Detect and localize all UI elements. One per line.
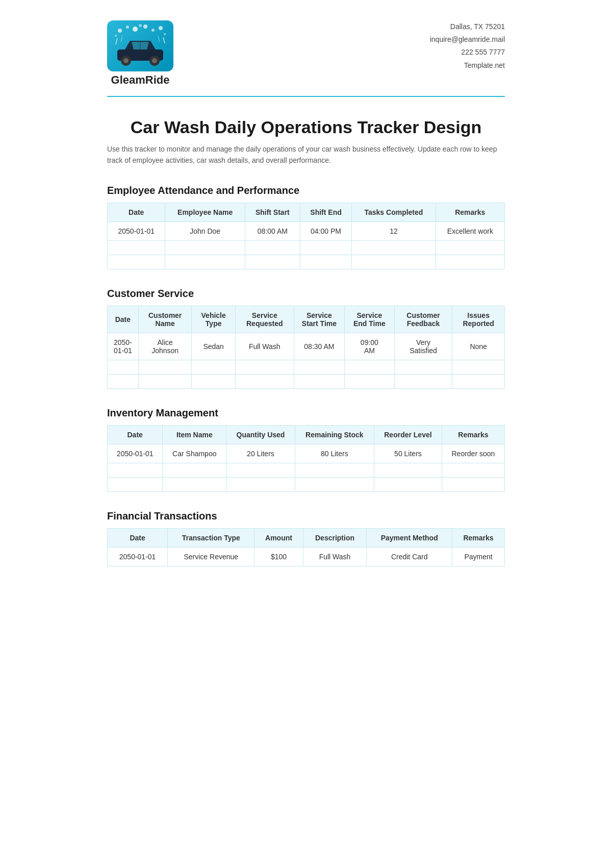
- empty-cell: [165, 255, 245, 269]
- svg-point-5: [159, 26, 163, 30]
- cell-item-name: Car Shampoo: [163, 444, 226, 463]
- inventory-section-title: Inventory Management: [107, 407, 505, 419]
- col-shift-end: Shift End: [300, 203, 352, 221]
- financial-table-header-row: Date Transaction Type Amount Description…: [108, 528, 505, 547]
- col-date: Date: [108, 528, 168, 547]
- empty-cell: [294, 374, 344, 388]
- cell-remaining-stock: 80 Liters: [295, 444, 374, 463]
- empty-cell: [295, 477, 374, 491]
- brand-name: GleamRide: [111, 73, 170, 87]
- table-row: [108, 374, 505, 388]
- col-transaction-type: Transaction Type: [168, 528, 254, 547]
- empty-cell: [192, 360, 235, 374]
- empty-cell: [394, 374, 452, 388]
- col-amount: Amount: [254, 528, 303, 547]
- empty-cell: [442, 477, 504, 491]
- cell-amount: $100: [254, 547, 303, 566]
- address: Dallas, TX 75201: [430, 20, 505, 33]
- empty-cell: [374, 477, 442, 491]
- col-description: Description: [303, 528, 367, 547]
- svg-line-18: [158, 36, 160, 42]
- cell-issues-reported: None: [452, 333, 505, 360]
- svg-point-8: [164, 33, 166, 35]
- col-service-end-time: Service End Time: [345, 306, 395, 333]
- financial-section-title: Financial Transactions: [107, 510, 505, 522]
- empty-cell: [163, 463, 226, 477]
- table-row: [108, 360, 505, 374]
- empty-cell: [235, 374, 294, 388]
- col-payment-method: Payment Method: [367, 528, 452, 547]
- employee-section: Employee Attendance and Performance Date…: [107, 185, 505, 269]
- table-row: [108, 477, 505, 491]
- col-tasks-completed: Tasks Completed: [352, 203, 436, 221]
- page-title: Car Wash Daily Operations Tracker Design: [107, 117, 505, 137]
- cell-customer-name: AliceJohnson: [138, 333, 192, 360]
- employee-section-title: Employee Attendance and Performance: [107, 185, 505, 196]
- empty-cell: [192, 374, 235, 388]
- cell-payment-method: Credit Card: [367, 547, 452, 566]
- cell-remarks: Excellent work: [436, 221, 504, 240]
- financial-table: Date Transaction Type Amount Description…: [107, 528, 505, 566]
- empty-cell: [108, 374, 139, 388]
- cell-service-start-time: 08:30 AM: [294, 333, 344, 360]
- empty-cell: [108, 240, 165, 255]
- table-row: [108, 255, 505, 269]
- cell-date: 2050-01-01: [108, 547, 168, 566]
- empty-cell: [108, 477, 163, 491]
- col-vehicle-type: Vehicle Type: [192, 306, 235, 333]
- customer-section: Customer Service Date Customer Name Vehi…: [107, 288, 505, 389]
- cell-remarks: Reorder soon: [442, 444, 504, 463]
- cell-vehicle-type: Sedan: [192, 333, 235, 360]
- svg-point-14: [152, 58, 157, 63]
- empty-cell: [374, 463, 442, 477]
- table-row: 2050-01-01 Service Revenue $100 Full Was…: [108, 547, 505, 566]
- cell-date: 2050-01-01: [108, 444, 163, 463]
- col-date: Date: [108, 306, 139, 333]
- empty-cell: [300, 240, 352, 255]
- col-reorder-level: Reorder Level: [374, 425, 442, 444]
- col-quantity-used: Quantity Used: [226, 425, 295, 444]
- col-remarks: Remarks: [442, 425, 504, 444]
- empty-cell: [436, 240, 504, 255]
- empty-cell: [165, 240, 245, 255]
- empty-cell: [163, 477, 226, 491]
- svg-point-2: [133, 27, 138, 32]
- svg-line-16: [163, 37, 165, 43]
- empty-cell: [235, 360, 294, 374]
- empty-cell: [436, 255, 504, 269]
- svg-point-0: [118, 29, 122, 33]
- employee-table: Date Employee Name Shift Start Shift End…: [107, 203, 505, 269]
- page-description: Use this tracker to monitor and manage t…: [107, 143, 505, 166]
- svg-point-6: [139, 24, 142, 27]
- contact-info: Dallas, TX 75201 inquire@gleamride.mail …: [430, 20, 505, 72]
- col-issues-reported: Issues Reported: [452, 306, 505, 333]
- empty-cell: [442, 463, 504, 477]
- table-row: 2050-01-01 Car Shampoo 20 Liters 80 Lite…: [108, 444, 505, 463]
- employee-table-header-row: Date Employee Name Shift Start Shift End…: [108, 203, 505, 221]
- website: Template.net: [430, 59, 505, 72]
- col-customer-name: Customer Name: [138, 306, 192, 333]
- email: inquire@gleamride.mail: [430, 33, 505, 46]
- cell-service-requested: Full Wash: [235, 333, 294, 360]
- empty-cell: [345, 374, 395, 388]
- col-employee-name: Employee Name: [165, 203, 245, 221]
- page-title-section: Car Wash Daily Operations Tracker Design…: [107, 117, 505, 166]
- cell-shift-end: 04:00 PM: [300, 221, 352, 240]
- col-service-requested: Service Requested: [235, 306, 294, 333]
- empty-cell: [295, 463, 374, 477]
- cell-quantity-used: 20 Liters: [226, 444, 295, 463]
- inventory-table: Date Item Name Quantity Used Remaining S…: [107, 425, 505, 492]
- col-date: Date: [108, 425, 163, 444]
- table-row: [108, 240, 505, 255]
- cell-shift-start: 08:00 AM: [245, 221, 300, 240]
- empty-cell: [108, 463, 163, 477]
- empty-cell: [300, 255, 352, 269]
- col-service-start-time: Service Start Time: [294, 306, 344, 333]
- empty-cell: [138, 374, 192, 388]
- empty-cell: [294, 360, 344, 374]
- cell-employee-name: John Doe: [165, 221, 245, 240]
- svg-line-15: [116, 38, 117, 44]
- cell-remarks: Payment: [452, 547, 505, 566]
- customer-table-header-row: Date Customer Name Vehicle Type Service …: [108, 306, 505, 333]
- svg-point-7: [115, 35, 117, 37]
